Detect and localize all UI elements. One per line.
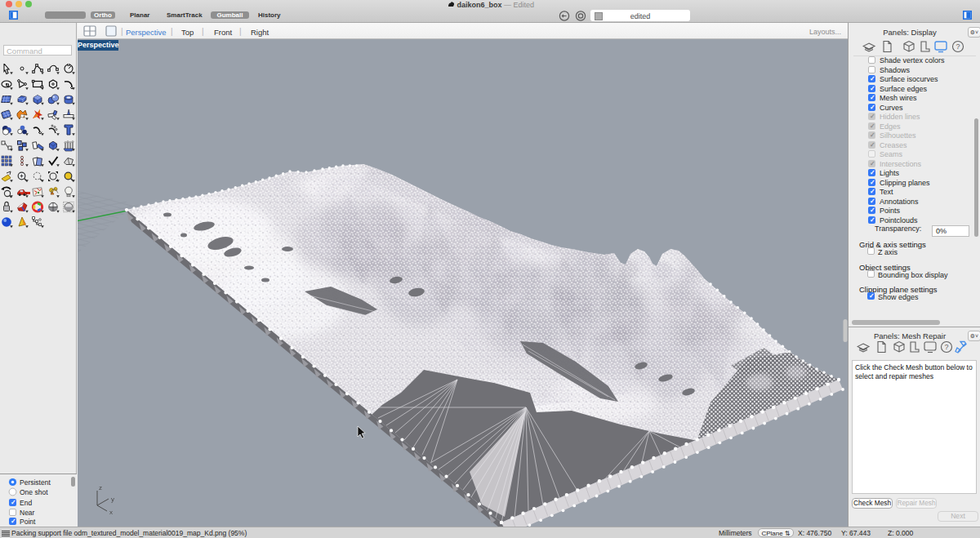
svg-text:z: z [99,484,102,491]
svg-text:?: ? [944,343,948,351]
svg-text:?: ? [956,42,960,51]
svg-text:x: x [109,509,113,516]
svg-text:y: y [111,496,114,503]
